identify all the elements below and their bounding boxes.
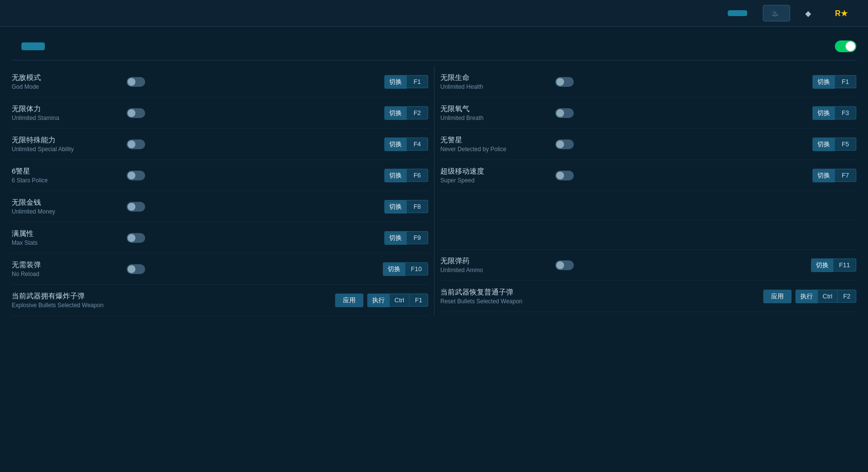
cheat-name-en: Unlimited Stamina xyxy=(12,115,119,121)
hotkey-group: 切换F2 xyxy=(384,106,428,120)
hotkey-key: F1 xyxy=(407,75,428,88)
exec-button[interactable]: 执行 xyxy=(795,290,818,303)
one-key-button[interactable] xyxy=(21,42,45,50)
cheat-name-en: 6 Stars Police xyxy=(12,177,119,184)
cheat-name: 无限特殊能力Unlimited Special Ability xyxy=(12,136,119,153)
cheat-toggle[interactable] xyxy=(555,108,574,118)
exec-group: 执行CtrlF2 xyxy=(795,290,856,303)
hotkey-group: 切换F1 xyxy=(384,75,428,89)
cheat-toggle[interactable] xyxy=(127,264,145,274)
platform-rockstar[interactable]: R★ xyxy=(829,5,856,21)
cheat-name-cn: 无限弹药 xyxy=(440,256,547,266)
cheat-row: 无敌模式God Mode切换F1 xyxy=(12,66,428,98)
cheat-toggle[interactable] xyxy=(555,77,574,87)
cheat-name: 当前武器拥有爆炸子弹Explosive Bullets Selected Wea… xyxy=(12,292,119,309)
exec-wrapper: 应用执行CtrlF1 xyxy=(335,294,428,307)
hotkey-switch-button[interactable]: 切换 xyxy=(384,231,407,245)
hotkey-switch-button[interactable]: 切换 xyxy=(383,262,405,276)
cheat-name: 无警星Never Detected by Police xyxy=(440,136,547,153)
hotkey-group: 切换F11 xyxy=(811,258,856,272)
cheat-row: 当前武器恢复普通子弹Reset Bullets Selected Weapon应… xyxy=(440,281,856,312)
hotkey-switch-button[interactable]: 切换 xyxy=(384,106,407,120)
hotkey-key: F6 xyxy=(407,169,428,182)
hotkey-group: 切换F10 xyxy=(383,262,428,276)
hotkey-switch-button[interactable]: 切换 xyxy=(811,258,833,272)
cheat-name: 无需装弹No Reload xyxy=(12,260,119,277)
cheat-toggle[interactable] xyxy=(555,139,574,149)
cheat-toggle[interactable] xyxy=(127,233,145,243)
platform-section: ♨ ◆ R★ xyxy=(757,5,856,21)
hotkey-switch-button[interactable]: 切换 xyxy=(812,138,835,151)
cheat-name: 无限弹药Unlimited Ammo xyxy=(440,256,547,274)
cheat-name-en: Unlimited Ammo xyxy=(440,267,547,274)
platform-steam[interactable]: ♨ xyxy=(763,5,790,21)
cheat-toggle[interactable] xyxy=(555,260,574,270)
cheat-name-en: God Mode xyxy=(12,83,119,90)
cheat-toggle[interactable] xyxy=(127,171,145,180)
hotkey-key: F4 xyxy=(407,138,428,151)
cheat-name-cn: 无限氧气 xyxy=(440,104,547,114)
hotkey-switch-button[interactable]: 切换 xyxy=(812,169,835,182)
epic-icon: ◆ xyxy=(803,8,813,18)
hotkey-switch-button[interactable]: 切换 xyxy=(384,75,407,89)
cheat-name-cn: 无敌模式 xyxy=(12,73,119,82)
cheat-name-en: Unlimited Breath xyxy=(440,115,547,121)
top-bar xyxy=(12,35,856,60)
cheat-row: 无限氧气Unlimited Breath切换F3 xyxy=(440,98,856,129)
steam-icon: ♨ xyxy=(770,8,780,18)
cheat-row: 无限生命Unlimited Health切换F1 xyxy=(440,66,856,98)
cheat-row: 超级移动速度Super Speed切换F7 xyxy=(440,160,856,191)
hotkey-toggle[interactable] xyxy=(835,40,856,52)
cheat-name-en: Unlimited Special Ability xyxy=(12,146,119,153)
left-column: 无敌模式God Mode切换F1无限体力Unlimited Stamina切换F… xyxy=(12,66,434,316)
cheat-name: 6警星6 Stars Police xyxy=(12,167,119,184)
cheat-toggle[interactable] xyxy=(127,108,145,118)
cheat-name-cn: 超级移动速度 xyxy=(440,167,547,176)
cheat-row-empty xyxy=(440,220,856,250)
mode-section xyxy=(723,10,747,16)
top-bar-left xyxy=(12,42,45,50)
hotkey-group: 切换F4 xyxy=(384,138,428,151)
ctrl-key: Ctrl xyxy=(818,290,838,303)
cheat-name: 满属性Max Stats xyxy=(12,229,119,246)
cheat-name-cn: 无警星 xyxy=(440,136,547,145)
hotkey-switch-button[interactable]: 切换 xyxy=(384,200,407,214)
hotkey-switch-button[interactable]: 切换 xyxy=(812,75,835,89)
hotkey-key: F10 xyxy=(405,262,428,275)
cheat-row: 满属性Max Stats切换F9 xyxy=(12,222,428,254)
mode-button[interactable] xyxy=(728,10,747,16)
hotkey-switch-button[interactable]: 切换 xyxy=(384,138,407,151)
hotkey-key: F11 xyxy=(833,258,856,272)
cheat-row: 无限金钱Unlimited Money切换F8 xyxy=(12,191,428,222)
f-key: F1 xyxy=(410,294,428,307)
rockstar-icon: R★ xyxy=(836,8,846,18)
cheat-toggle[interactable] xyxy=(127,77,145,87)
cheat-toggle[interactable] xyxy=(127,202,145,212)
ctrl-key: Ctrl xyxy=(390,294,410,307)
apply-button[interactable]: 应用 xyxy=(763,290,792,303)
cheat-name-cn: 无限体力 xyxy=(12,104,119,114)
cheat-name-en: Never Detected by Police xyxy=(440,146,547,153)
hotkey-group: 切换F8 xyxy=(384,200,428,214)
cheat-name: 无限金钱Unlimited Money xyxy=(12,198,119,215)
hotkey-group: 切换F3 xyxy=(812,106,856,120)
hotkey-switch-button[interactable]: 切换 xyxy=(812,106,835,120)
cheat-name-en: Max Stats xyxy=(12,239,119,246)
apply-button[interactable]: 应用 xyxy=(335,294,363,307)
cheat-toggle[interactable] xyxy=(127,139,145,149)
cheat-row: 无需装弹No Reload切换F10 xyxy=(12,254,428,285)
cheat-row: 无限体力Unlimited Stamina切换F2 xyxy=(12,98,428,129)
hotkey-group: 切换F1 xyxy=(812,75,856,89)
platform-epic[interactable]: ◆ xyxy=(796,5,823,21)
cheat-name-en: Reset Bullets Selected Weapon xyxy=(440,298,547,305)
hotkey-key: F9 xyxy=(407,231,428,244)
exec-button[interactable]: 执行 xyxy=(367,294,390,307)
cheat-row: 当前武器拥有爆炸子弹Explosive Bullets Selected Wea… xyxy=(12,285,428,316)
cheat-toggle[interactable] xyxy=(555,171,574,180)
cheat-row: 无限特殊能力Unlimited Special Ability切换F4 xyxy=(12,129,428,160)
hotkey-key: F7 xyxy=(835,169,856,182)
hotkey-switch-button[interactable]: 切换 xyxy=(384,169,407,182)
cheat-row: 无限弹药Unlimited Ammo切换F11 xyxy=(440,250,856,281)
cheat-name-cn: 无需装弹 xyxy=(12,260,119,270)
hotkey-key: F2 xyxy=(407,106,428,119)
